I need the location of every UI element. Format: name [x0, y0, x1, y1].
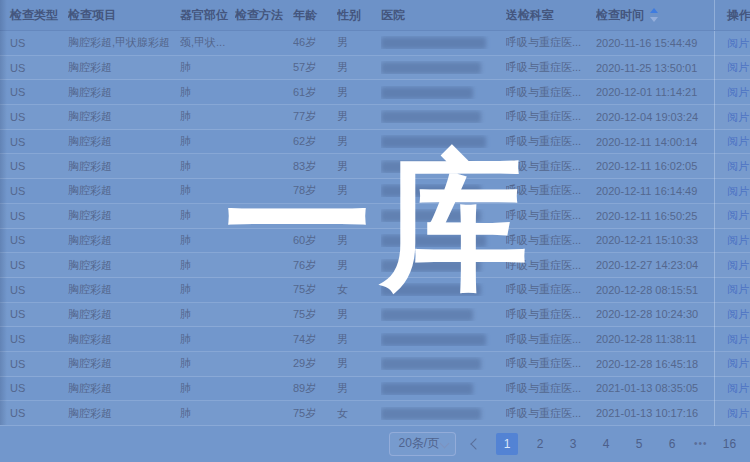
header-method: 检查方法 — [235, 7, 293, 24]
cell-exam-type: US — [0, 37, 68, 49]
view-film-link[interactable]: 阅片 — [727, 160, 749, 172]
view-film-link[interactable]: 阅片 — [727, 234, 749, 246]
cell-exam-time: 2021-01-13 08:35:05 — [596, 382, 714, 394]
view-film-link[interactable]: 阅片 — [727, 283, 749, 295]
cell-gender: 男 — [337, 307, 381, 322]
cell-actions: 阅片 — [714, 228, 750, 253]
cell-organ: 肺 — [180, 159, 235, 174]
cell-organ: 肺 — [180, 282, 235, 297]
cell-hospital — [381, 259, 506, 272]
cell-exam-type: US — [0, 308, 68, 320]
view-film-link[interactable]: 阅片 — [727, 61, 749, 73]
page-button-5[interactable]: 5 — [628, 433, 650, 455]
view-film-link[interactable]: 阅片 — [727, 111, 749, 123]
cell-exam-item: 胸腔彩超 — [68, 233, 180, 248]
cell-department: 呼吸与重症医... — [506, 356, 596, 371]
page-button-16[interactable]: 16 — [719, 433, 741, 455]
view-film-link[interactable]: 阅片 — [727, 37, 749, 49]
cell-exam-time: 2020-12-28 10:24:30 — [596, 308, 714, 320]
cell-organ: 肺 — [180, 183, 235, 198]
cell-actions: 阅片 — [714, 80, 750, 105]
cell-department: 呼吸与重症医... — [506, 307, 596, 322]
page-button-1[interactable]: 1 — [496, 433, 518, 455]
cell-age: 57岁 — [293, 60, 337, 75]
cell-exam-time: 2020-12-28 16:45:18 — [596, 358, 714, 370]
page-button-3[interactable]: 3 — [562, 433, 584, 455]
more-pages-ellipsis[interactable]: ••• — [694, 438, 708, 449]
hospital-redacted-blur — [381, 185, 481, 197]
exam-table: 检查类型 检查项目 器官部位 检查方法 年龄 性别 医院 送检科室 检查时间 操… — [0, 0, 750, 426]
cell-age: 78岁 — [293, 183, 337, 198]
cell-exam-item: 胸腔彩超 — [68, 85, 180, 100]
cell-department: 呼吸与重症医... — [506, 159, 596, 174]
cell-exam-time: 2020-12-21 15:10:33 — [596, 234, 714, 246]
cell-gender: 男 — [337, 109, 381, 124]
view-film-link[interactable]: 阅片 — [727, 382, 749, 394]
page-button-4[interactable]: 4 — [595, 433, 617, 455]
cell-exam-item: 胸腔彩超 — [68, 183, 180, 198]
hospital-redacted-blur — [381, 87, 473, 99]
hospital-redacted-blur — [381, 358, 481, 370]
cell-department: 呼吸与重症医... — [506, 85, 596, 100]
cell-organ: 肺 — [180, 233, 235, 248]
cell-exam-item: 胸腔彩超 — [68, 282, 180, 297]
view-film-link[interactable]: 阅片 — [727, 333, 749, 345]
cell-exam-time: 2020-12-11 16:14:49 — [596, 185, 714, 197]
table-row: US 胸腔彩超 肺 74岁 男 呼吸与重症医... 2020-12-28 11:… — [0, 327, 750, 352]
page-size-dropdown[interactable]: 20条/页 — [389, 432, 456, 456]
cell-organ: 肺 — [180, 356, 235, 371]
view-film-link[interactable]: 阅片 — [727, 259, 749, 271]
cell-actions: 阅片 — [714, 105, 750, 130]
header-organ: 器官部位 — [180, 7, 235, 24]
page-button-6[interactable]: 6 — [661, 433, 683, 455]
cell-hospital — [381, 333, 506, 346]
table-row: US 胸腔彩超 肺 57岁 男 呼吸与重症医... 2020-11-25 13:… — [0, 56, 750, 81]
cell-actions: 阅片 — [714, 253, 750, 278]
sort-caret-icon[interactable] — [649, 8, 659, 22]
exam-list-page: 检查类型 检查项目 器官部位 检查方法 年龄 性别 医院 送检科室 检查时间 操… — [0, 0, 750, 462]
view-film-link[interactable]: 阅片 — [727, 135, 749, 147]
cell-age: 61岁 — [293, 85, 337, 100]
cell-gender: 男 — [337, 233, 381, 248]
page-button-2[interactable]: 2 — [529, 433, 551, 455]
cell-department: 呼吸与重症医... — [506, 60, 596, 75]
cell-hospital — [381, 160, 506, 173]
cell-exam-item: 胸腔彩超 — [68, 60, 180, 75]
cell-department: 呼吸与重症医... — [506, 208, 596, 223]
table-row: US 胸腔彩超 肺 89岁 男 呼吸与重症医... 2021-01-13 08:… — [0, 377, 750, 402]
header-hospital: 医院 — [381, 7, 506, 24]
cell-department: 呼吸与重症医... — [506, 134, 596, 149]
cell-exam-item: 胸腔彩超 — [68, 406, 180, 421]
cell-exam-time: 2020-11-25 13:50:01 — [596, 62, 714, 74]
hospital-redacted-blur — [381, 161, 473, 173]
cell-exam-item: 胸腔彩超 — [68, 381, 180, 396]
cell-exam-item: 胸腔彩超 — [68, 159, 180, 174]
cell-organ: 肺 — [180, 208, 235, 223]
cell-gender: 男 — [337, 60, 381, 75]
cell-hospital — [381, 36, 506, 49]
cell-exam-time: 2020-12-28 08:15:51 — [596, 284, 714, 296]
table-row: US 胸腔彩超 肺 60岁 男 呼吸与重症医... 2020-12-21 15:… — [0, 229, 750, 254]
view-film-link[interactable]: 阅片 — [727, 209, 749, 221]
cell-gender: 男 — [337, 183, 381, 198]
cell-exam-time: 2020-12-01 11:14:21 — [596, 86, 714, 98]
cell-exam-item: 胸腔彩超,甲状腺彩超 — [68, 35, 180, 50]
cell-exam-type: US — [0, 111, 68, 123]
cell-actions: 阅片 — [714, 277, 750, 302]
view-film-link[interactable]: 阅片 — [727, 185, 749, 197]
cell-age: 62岁 — [293, 134, 337, 149]
view-film-link[interactable]: 阅片 — [727, 407, 749, 419]
view-film-link[interactable]: 阅片 — [727, 86, 749, 98]
cell-actions: 阅片 — [714, 55, 750, 80]
header-exam-time-sortable[interactable]: 检查时间 — [596, 7, 714, 24]
hospital-redacted-blur — [381, 383, 473, 395]
cell-department: 呼吸与重症医... — [506, 233, 596, 248]
table-row: US 胸腔彩超,甲状腺彩超 颈,甲状... 46岁 男 呼吸与重症医... 20… — [0, 31, 750, 56]
prev-page-button[interactable] — [468, 437, 484, 451]
view-film-link[interactable]: 阅片 — [727, 308, 749, 320]
cell-gender: 男 — [337, 258, 381, 273]
cell-gender: 男 — [337, 356, 381, 371]
cell-organ: 肺 — [180, 109, 235, 124]
cell-hospital — [381, 209, 506, 222]
view-film-link[interactable]: 阅片 — [727, 357, 749, 369]
